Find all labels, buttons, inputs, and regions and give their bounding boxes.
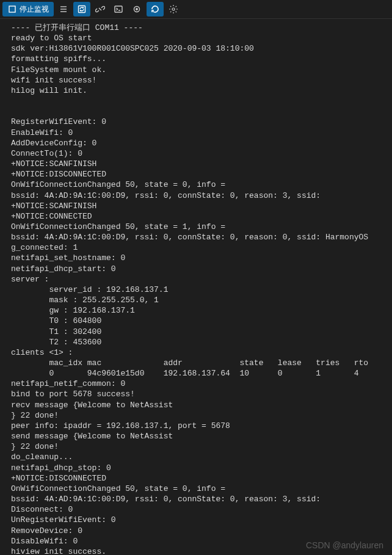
reload-icon bbox=[150, 4, 160, 14]
stop-monitor-label: 停止监视 bbox=[20, 4, 49, 15]
terminal-text: ---- 已打开串行端口 COM11 ---- ready to OS star… bbox=[11, 23, 368, 555]
terminal-button[interactable] bbox=[110, 2, 127, 16]
unlink-button[interactable] bbox=[92, 2, 109, 16]
target-icon bbox=[132, 4, 142, 14]
terminal-icon bbox=[114, 4, 123, 14]
svg-rect-5 bbox=[115, 6, 122, 12]
gear-icon bbox=[169, 4, 178, 14]
stop-icon bbox=[7, 4, 17, 14]
unlink-icon bbox=[95, 4, 105, 14]
list-icon bbox=[59, 4, 68, 14]
svg-rect-4 bbox=[79, 6, 85, 13]
sync-box-icon bbox=[77, 4, 87, 14]
reload-button[interactable] bbox=[147, 2, 164, 16]
sync-box-button[interactable] bbox=[73, 2, 90, 16]
target-button[interactable] bbox=[128, 2, 145, 16]
svg-point-8 bbox=[172, 8, 175, 10]
svg-rect-0 bbox=[9, 6, 15, 12]
stop-monitor-button[interactable]: 停止监视 bbox=[2, 2, 54, 16]
settings-button[interactable] bbox=[165, 2, 182, 16]
toolbar: 停止监视 bbox=[0, 0, 392, 18]
svg-point-7 bbox=[136, 9, 137, 10]
list-button[interactable] bbox=[55, 2, 72, 16]
terminal-output[interactable]: ---- 已打开串行端口 COM11 ---- ready to OS star… bbox=[0, 19, 392, 555]
